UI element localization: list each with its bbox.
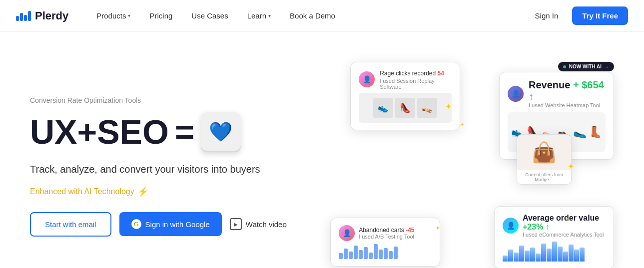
chart-bar-6 — [364, 247, 368, 259]
hero-section: Conversion Rate Optimization Tools UX+SE… — [0, 32, 644, 268]
logo[interactable]: Plerdy — [16, 9, 68, 22]
ai-dot-icon — [563, 65, 566, 68]
nav-pricing[interactable]: Pricing — [141, 7, 180, 24]
ai-text: Enhanced with AI Technology — [30, 187, 134, 196]
analytics-arrow-icon: ↑ — [546, 223, 550, 231]
analytics-label: Average order value — [523, 214, 599, 222]
pricing-label: Pricing — [149, 11, 172, 20]
hero-heading: UX+SEO = 💙 — [30, 112, 293, 152]
google-signin-label: Sign in with Google — [145, 220, 210, 229]
logo-bar-2 — [20, 13, 23, 21]
logo-bar-3 — [24, 15, 27, 21]
analytics-sub: I used eCommerce Analytics Tool — [523, 232, 606, 238]
revenue-user-avatar: 👤 — [508, 86, 524, 102]
rage-info: Rage clicks recorded 54 I used Session R… — [380, 69, 452, 90]
shoe-icon-5: 🥿 — [573, 126, 587, 139]
nav-learn[interactable]: Learn ▾ — [239, 7, 279, 24]
a-bar-5 — [525, 251, 530, 262]
hero-subtitle: Conversion Rate Optimization Tools — [30, 96, 293, 104]
hero-right: NOW WITH AI → 👤 Rage clicks recorded 54 … — [310, 62, 614, 268]
shoe-thumb-1: 👟 — [373, 98, 393, 118]
a-bar-15 — [580, 248, 585, 262]
chart-bar-7 — [369, 253, 373, 260]
watch-video-button[interactable]: ▶ Watch video — [230, 211, 287, 237]
a-bar-9 — [547, 249, 552, 262]
google-g-letter: G — [133, 220, 138, 228]
analytics-info: Average order value +23% ↑ I used eComme… — [523, 214, 606, 238]
a-bar-1 — [503, 256, 508, 262]
chart-bar-11 — [389, 251, 393, 260]
revenue-plus: + $654 — [573, 79, 604, 90]
revenue-label: Revenue — [529, 79, 570, 90]
a-bar-11 — [558, 247, 563, 262]
navbar: Plerdy Products ▾ Pricing Use Cases Lear… — [0, 0, 644, 32]
card-revenue-top: 👤 Revenue + $654 ↑ I used Website Heatma… — [508, 79, 606, 108]
handbags-card: 👜 Current offers from Martge… — [517, 134, 572, 185]
rage-text: Rage clicks recorded 54 — [380, 69, 452, 78]
rage-sub: I used Session Replay Software — [380, 78, 452, 90]
a-bar-13 — [569, 245, 574, 262]
chart-bar-9 — [379, 250, 383, 260]
google-signin-button[interactable]: G Sign in with Google — [119, 212, 222, 236]
abandoned-top: 👤 Abandoned carts -45 I used A/B Testing… — [339, 225, 432, 241]
nav-book-demo[interactable]: Book a Demo — [282, 7, 343, 24]
abandoned-label: Abandoned carts — [359, 227, 404, 234]
analytics-plus: +23% — [523, 223, 543, 231]
abandoned-sub: I used A/B Testing Tool — [359, 234, 414, 240]
learn-label: Learn — [247, 11, 266, 20]
chart-bar-8 — [374, 244, 378, 259]
watch-video-label: Watch video — [246, 220, 287, 229]
heart-key: 💙 — [201, 112, 241, 152]
nav-products[interactable]: Products ▾ — [88, 7, 138, 24]
abandoned-num: -45 — [406, 227, 414, 234]
use-cases-label: Use Cases — [191, 11, 228, 20]
hero-ctas: Start with email G Sign in with Google ▶… — [30, 211, 293, 237]
google-logo-icon: G — [131, 219, 141, 229]
start-email-button[interactable]: Start with email — [30, 212, 111, 237]
handbag-label: Current offers from Martge… — [517, 170, 571, 184]
ai-corner-label: NOW WITH AI — [569, 64, 602, 69]
a-bar-7 — [536, 254, 541, 262]
abandoned-info: Abandoned carts -45 I used A/B Testing T… — [359, 227, 414, 240]
chart-bar-4 — [354, 246, 358, 259]
a-bar-6 — [530, 248, 535, 262]
a-bar-8 — [541, 244, 546, 262]
chart-bar-5 — [359, 250, 363, 259]
try-free-button[interactable]: Try It Free — [572, 6, 628, 25]
logo-icon — [16, 11, 31, 21]
nav-use-cases[interactable]: Use Cases — [183, 7, 236, 24]
shoe-thumb-2: 👠 — [395, 98, 415, 118]
analytics-top: 👤 Average order value +23% ↑ I used eCom… — [503, 214, 606, 238]
ai-badge: Enhanced with AI Technology ⚡ — [30, 186, 293, 197]
book-demo-label: Book a Demo — [290, 11, 335, 20]
play-icon: ▶ — [230, 218, 242, 230]
analytics-avatar: 👤 — [503, 218, 519, 234]
abandoned-chart — [339, 244, 432, 259]
revenue-info: Revenue + $654 ↑ I used Website Heatmap … — [529, 79, 606, 108]
hero-left: Conversion Rate Optimization Tools UX+SE… — [30, 96, 293, 237]
a-bar-14 — [574, 250, 579, 262]
a-bar-3 — [514, 253, 519, 262]
signin-button[interactable]: Sign In — [527, 7, 567, 24]
chart-bar-3 — [349, 252, 353, 259]
navbar-right: Sign In Try It Free — [527, 6, 628, 25]
abandoned-carts-card: 👤 Abandoned carts -45 I used A/B Testing… — [330, 218, 440, 267]
sparkle-2: ✦ — [460, 122, 464, 127]
rage-screenshot: 👟 👠 👡 — [359, 93, 452, 123]
a-bar-10 — [552, 242, 557, 262]
logo-bar-4 — [28, 11, 31, 21]
logo-bar-1 — [16, 16, 19, 21]
navbar-left: Plerdy Products ▾ Pricing Use Cases Lear… — [16, 7, 343, 24]
hero-heading-text: UX+SEO — [30, 114, 169, 150]
revenue-arrow-icon: ↑ — [529, 91, 534, 102]
heart-icon: 💙 — [209, 122, 232, 142]
rage-number: 54 — [438, 70, 444, 77]
rage-user-avatar: 👤 — [359, 71, 375, 87]
learn-chevron-icon: ▾ — [268, 13, 271, 18]
rage-clicks-card: 👤 Rage clicks recorded 54 I used Session… — [350, 62, 460, 130]
products-chevron-icon: ▾ — [128, 13, 130, 18]
abandoned-text: Abandoned carts -45 — [359, 227, 414, 234]
shoe-thumb-3: 👡 — [417, 98, 437, 118]
products-label: Products — [96, 11, 126, 20]
revenue-sub: I used Website Heatmap Tool — [529, 102, 606, 108]
